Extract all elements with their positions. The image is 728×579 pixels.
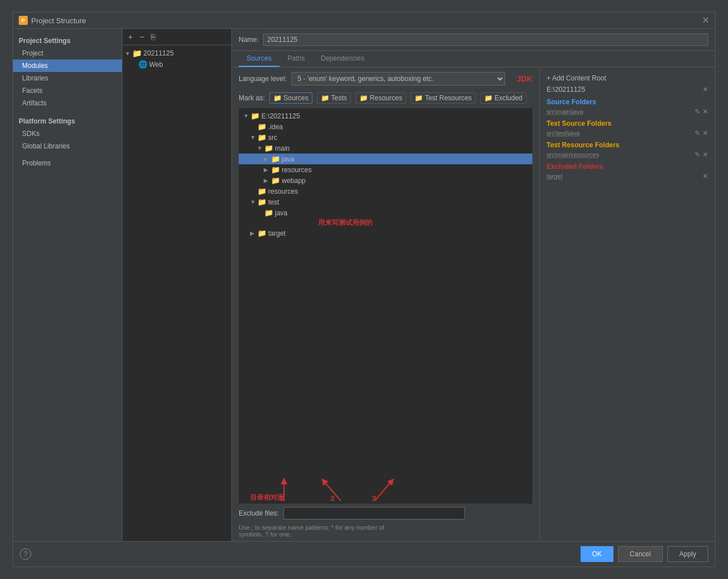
module-details-panel: Name: Sources Paths Dependencies (232, 29, 715, 541)
language-level-select[interactable]: 5 - 'enum' keyword, generics, autoboxing… (291, 72, 505, 86)
tree-main-item[interactable]: ▼ 📁 main (239, 143, 532, 154)
module-item-20211125[interactable]: ▼ 📁 20211125 (122, 48, 231, 59)
tree-idea-item[interactable]: 📁 .idea (239, 121, 532, 132)
platform-settings-title: Platform Settings (13, 114, 122, 127)
jdk-note: JDK (517, 74, 532, 83)
content-roots-panel: + Add Content Root E:\20211125 ✕ Source … (539, 67, 715, 541)
sidebar-item-modules[interactable]: Modules (13, 59, 122, 72)
edit-test-source-button[interactable]: ✎ (695, 129, 700, 137)
tree-resources2-item[interactable]: 📁 resources (239, 186, 532, 197)
idea-folder-icon: 📁 (257, 122, 266, 131)
sources-folder-icon: 📁 (273, 94, 282, 102)
source-folders-title: Source Folders (540, 95, 715, 107)
excluded-folder-item: target ✕ (540, 172, 715, 181)
test-source-folder-item: src\test\java ✎ ✕ (540, 129, 715, 138)
module-item-web[interactable]: 🌐 Web (122, 59, 231, 70)
language-level-row: Language level: 5 - 'enum' keyword, gene… (232, 67, 539, 90)
add-content-root-button[interactable]: + Add Content Root (540, 72, 715, 84)
remove-module-button[interactable]: − (137, 31, 146, 42)
webapp-folder-icon: 📁 (271, 176, 280, 185)
app-icon: P (19, 16, 28, 25)
resources-folder-icon: 📁 (359, 94, 368, 102)
exclude-files-row: Exclude files: (232, 504, 539, 523)
target-folder-icon: 📁 (257, 229, 266, 237)
mark-sources-button[interactable]: 📁 Sources (269, 92, 312, 104)
tab-paths[interactable]: Paths (280, 51, 313, 67)
main-folder-icon: 📁 (264, 144, 273, 152)
resources-folder-icon2: 📁 (271, 165, 280, 174)
excluded-folders-title: Excluded Folders (540, 159, 715, 172)
tree-root-item[interactable]: ▼ 📁 E:\20211125 (239, 110, 532, 121)
mark-as-label: Mark as: (239, 94, 265, 102)
svg-line-3 (375, 481, 392, 501)
tab-sources[interactable]: Sources (239, 51, 280, 67)
sidebar-item-sdks[interactable]: SDKs (13, 127, 122, 140)
tree-src-item[interactable]: ▼ 📁 src (239, 132, 532, 143)
delete-test-resource-button[interactable]: ✕ (702, 151, 708, 159)
mark-tests-button[interactable]: 📁 Tests (317, 92, 351, 104)
test-source-folders-title: Test Source Folders (540, 116, 715, 129)
test-java-folder-icon: 📁 (264, 208, 273, 217)
exclude-files-hint: Use ; to separate name patterns, * for a… (232, 523, 539, 541)
sidebar-item-project[interactable]: Project (13, 47, 122, 59)
test-java-annotation: 用来写测试用例的 (239, 218, 532, 228)
tree-test-java-item[interactable]: 📁 java (239, 207, 532, 218)
tests-folder-icon: 📁 (321, 94, 329, 102)
tree-test-item[interactable]: ▼ 📁 test (239, 197, 532, 207)
add-module-button[interactable]: + (126, 31, 135, 42)
module-name-row: Name: (232, 29, 715, 51)
sidebar-item-libraries[interactable]: Libraries (13, 72, 122, 84)
tree-resources-item[interactable]: ▶ 📁 resources (239, 164, 532, 175)
apply-button[interactable]: Apply (667, 546, 708, 562)
module-name-input[interactable] (263, 33, 708, 46)
delete-source-folder-button[interactable]: ✕ (702, 108, 708, 116)
test-resource-folders-title: Test Resource Folders (540, 138, 715, 150)
chinese-annotation-1: 目录相对应 (250, 493, 284, 503)
sidebar-item-problems[interactable]: Problems (13, 157, 122, 169)
expand-arrow: ▼ (125, 50, 130, 57)
test-folder-icon: 📁 (257, 198, 266, 206)
mark-test-resources-button[interactable]: 📁 Test Resources (410, 92, 476, 104)
sidebar-divider (13, 109, 122, 114)
delete-excluded-button[interactable]: ✕ (702, 172, 708, 180)
edit-test-resource-button[interactable]: ✎ (695, 151, 700, 159)
help-button[interactable]: ? (20, 548, 31, 560)
content-root-path: E:\20211125 ✕ (540, 84, 715, 95)
mark-excluded-button[interactable]: 📁 Excluded (480, 92, 526, 104)
source-folder-item: src\main\java ✎ ✕ (540, 107, 715, 116)
tree-webapp-item[interactable]: ▶ 📁 webapp (239, 175, 532, 186)
tree-target-item[interactable]: ▶ 📁 target (239, 228, 532, 239)
file-tree: ▼ 📁 E:\20211125 📁 .idea ▼ 📁 src (239, 108, 532, 475)
name-label: Name: (239, 36, 259, 44)
web-module-icon: 🌐 (138, 60, 147, 69)
arrow-number-3: 3 (372, 494, 376, 503)
tree-java-item[interactable]: ▶ 📁 java (239, 154, 532, 164)
language-level-label: Language level: (239, 75, 287, 83)
cancel-button[interactable]: Cancel (618, 546, 663, 562)
ok-button[interactable]: OK (581, 546, 613, 562)
tab-dependencies[interactable]: Dependencies (313, 51, 373, 67)
delete-test-source-button[interactable]: ✕ (702, 129, 708, 137)
bottom-bar: ? OK Cancel Apply (13, 541, 715, 567)
sidebar-item-artifacts[interactable]: Artifacts (13, 97, 122, 109)
dialog-title: Project Structure (31, 16, 86, 25)
exclude-files-input[interactable] (283, 507, 465, 520)
remove-content-root-button[interactable]: ✕ (702, 86, 708, 93)
resources2-folder-icon: 📁 (257, 187, 266, 195)
project-settings-title: Project Settings (13, 33, 122, 47)
sidebar-item-facets[interactable]: Facets (13, 84, 122, 97)
annotation-overlay: 1 2 3 目录相对应 (239, 475, 532, 504)
edit-source-folder-button[interactable]: ✎ (695, 108, 700, 116)
root-folder-icon: 📁 (251, 112, 260, 120)
exclude-files-label: Exclude files: (239, 509, 279, 517)
excluded-folder-icon: 📁 (484, 94, 493, 102)
copy-module-button[interactable]: ⎘ (149, 31, 158, 42)
sidebar: Project Settings Project Modules Librari… (13, 29, 122, 541)
sidebar-divider2 (13, 152, 122, 157)
module-tabs: Sources Paths Dependencies (232, 51, 715, 67)
mark-resources-button[interactable]: 📁 Resources (355, 92, 406, 104)
module-folder-icon: 📁 (132, 49, 142, 58)
src-folder-icon: 📁 (257, 133, 266, 142)
close-button[interactable]: ✕ (702, 16, 709, 25)
sidebar-item-global-libraries[interactable]: Global Libraries (13, 140, 122, 152)
